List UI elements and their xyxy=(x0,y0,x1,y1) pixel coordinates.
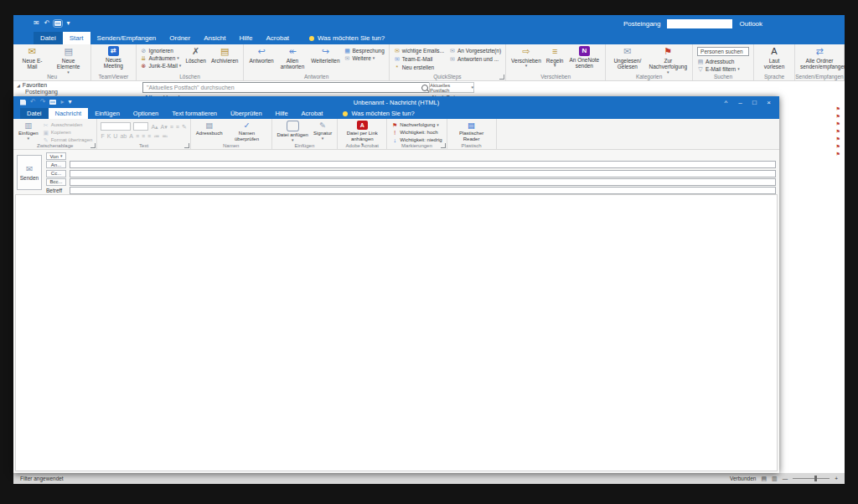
ignorieren-button[interactable]: ⊘Ignorieren xyxy=(141,47,182,54)
dialog-launcher-button[interactable] xyxy=(441,143,446,148)
ausschneiden-button[interactable]: ✂Ausschneiden xyxy=(43,121,93,128)
bcc-button[interactable]: Bcc... xyxy=(46,178,66,186)
qat-menu-icon[interactable]: ▾ xyxy=(66,20,70,27)
an-onenote-senden-button[interactable]: NAn OneNote senden xyxy=(566,46,602,69)
new-mail-icon[interactable]: ✉ xyxy=(34,20,39,27)
tab-einfügen[interactable]: Einfügen xyxy=(88,108,127,119)
font-family-box[interactable] xyxy=(101,122,131,131)
text-format-icon[interactable]: F xyxy=(101,133,104,139)
font-size-box[interactable] xyxy=(133,122,148,131)
redo-icon[interactable]: ↷ xyxy=(40,99,46,105)
einfügen-button[interactable]: ▥Einfügen▾ xyxy=(16,121,41,141)
löschen-button[interactable]: ✗Löschen xyxy=(183,46,209,64)
ungelesen-gelesen-button[interactable]: ✉Ungelesen/ Gelesen xyxy=(608,46,646,70)
tab-hilfe[interactable]: Hilfe xyxy=(232,32,259,44)
text-format-icon[interactable]: ≡ xyxy=(170,124,173,130)
namen-überprüfen-button[interactable]: ✓Namen überprüfen xyxy=(225,121,269,142)
tab-start[interactable]: Start xyxy=(63,32,90,44)
zoom-slider-handle[interactable] xyxy=(814,476,817,481)
search-scope-dropdown[interactable]: Aktuelles Postfach ▾ xyxy=(429,82,474,93)
normal-view-icon[interactable]: ▤ xyxy=(761,476,767,482)
besprechung-button[interactable]: ▦Besprechung xyxy=(344,47,385,54)
follow-up-flag-icon[interactable]: ⚑ xyxy=(836,129,840,134)
close-button[interactable]: × xyxy=(762,99,776,106)
follow-up-flag-icon[interactable]: ⚑ xyxy=(836,106,840,111)
cc-button[interactable]: Cc... xyxy=(46,170,66,177)
tab-acrobat[interactable]: Acrobat xyxy=(295,108,330,119)
format-übertragen-button[interactable]: ✎Format übertragen xyxy=(43,136,93,143)
nachverfolgung-button[interactable]: ⚑Nachverfolgung▾ xyxy=(391,121,442,128)
text-format-icon[interactable]: A▾ xyxy=(161,124,168,130)
tab-nachricht[interactable]: Nachricht xyxy=(49,108,89,119)
tab-ordner[interactable]: Ordner xyxy=(163,32,197,44)
tab-optionen[interactable]: Optionen xyxy=(127,108,165,119)
aufräumen-button[interactable]: ⇊Aufräumen▾ xyxy=(141,54,182,61)
zoom-in-button[interactable]: + xyxy=(835,476,838,481)
to-input[interactable] xyxy=(70,161,776,168)
to-button[interactable]: An... xyxy=(46,161,66,168)
text-format-icon[interactable]: ≡ xyxy=(136,133,139,139)
regeln-button[interactable]: ≡Regeln▾ xyxy=(544,46,566,68)
laut-vorlesen-button[interactable]: ALaut vorlesen xyxy=(757,46,792,70)
ribbon-display-options-button[interactable]: ^ xyxy=(719,99,733,106)
adressbuch-button[interactable]: ▤Adressbuch xyxy=(194,121,225,136)
send-button[interactable]: ✉Senden xyxy=(17,155,42,190)
adressbuch-button[interactable]: ▤Adressbuch xyxy=(697,58,749,64)
personen-suchen-box[interactable]: Personen suchen xyxy=(697,47,749,56)
tab-ansicht[interactable]: Ansicht xyxy=(197,32,232,44)
text-format-icon[interactable]: A xyxy=(129,133,133,139)
archivieren-button[interactable]: ▤Archivieren xyxy=(209,46,241,64)
dialog-launcher-button[interactable] xyxy=(499,75,504,80)
neues-meeting-button[interactable]: ⇄Neues Meeting xyxy=(94,46,132,69)
neue-e-mail-button[interactable]: ✉Neue E-Mail xyxy=(16,46,49,70)
datei-anfügen-button[interactable]: Datei anfügen▾ xyxy=(275,121,311,142)
text-format-icon[interactable]: ≡ xyxy=(176,124,179,130)
neue-elemente-button[interactable]: ▤Neue Elemente▾ xyxy=(49,46,88,75)
folder-item-posteingang[interactable]: Posteingang xyxy=(17,89,137,95)
zur-nachverfolgung-button[interactable]: ⚑Zur Nachverfolgung▾ xyxy=(647,46,690,75)
wichtige-emails-button[interactable]: ✉wichtige Emails... xyxy=(394,47,444,54)
verschieben-button[interactable]: ⇨Verschieben▾ xyxy=(509,46,544,68)
follow-up-flag-icon[interactable]: ⚑ xyxy=(836,136,840,141)
zoom-slider[interactable] xyxy=(793,478,830,479)
text-format-icon[interactable]: ≔ xyxy=(153,133,159,139)
qat-menu-icon[interactable]: ▾ xyxy=(68,99,71,105)
dialog-launcher-button[interactable] xyxy=(90,143,96,148)
tab-acrobat[interactable]: Acrobat xyxy=(259,32,296,44)
undo-icon[interactable]: ↶ xyxy=(44,20,50,27)
tab-datei[interactable]: Datei xyxy=(34,32,63,44)
zoom-out-button[interactable]: — xyxy=(783,476,788,481)
text-format-icon[interactable]: K xyxy=(107,133,111,139)
antworten-und-button[interactable]: ✉Antworten und ... xyxy=(449,55,501,62)
from-button[interactable]: Von▾ xyxy=(46,152,66,160)
maximize-button[interactable]: □ xyxy=(747,99,762,106)
subject-input[interactable] xyxy=(70,187,776,194)
text-format-icon[interactable]: U xyxy=(113,133,117,139)
kopieren-button[interactable]: ▣Kopieren xyxy=(43,129,93,136)
wichtigkeit-niedrig-button[interactable]: ↓Wichtigkeit: niedrig xyxy=(391,136,442,143)
plastischer-reader-button[interactable]: ▤Plastischer Reader xyxy=(450,121,494,142)
dialog-launcher-button[interactable] xyxy=(184,143,189,148)
follow-up-flag-icon[interactable]: ⚑ xyxy=(836,114,840,119)
text-format-icon[interactable]: ab xyxy=(120,133,127,139)
text-format-icon[interactable]: ≕ xyxy=(162,133,168,139)
an-vorgesetzte-n-button[interactable]: ✉An Vorgesetzte(n) xyxy=(449,47,501,54)
wichtigkeit-hoch-button[interactable]: !Wichtigkeit: hoch xyxy=(391,129,442,136)
print-icon[interactable] xyxy=(54,21,61,26)
favorites-header[interactable]: ◢ Favoriten xyxy=(17,82,137,88)
weitere-button[interactable]: ✉Weitere▾ xyxy=(344,54,385,61)
follow-up-flag-icon[interactable]: ⚑ xyxy=(836,121,840,126)
text-format-icon[interactable]: ≡ xyxy=(147,133,151,139)
reading-view-icon[interactable]: ▥ xyxy=(772,476,778,482)
allen-antworten-button[interactable]: ↞Allen antworten xyxy=(277,46,309,70)
minimize-button[interactable]: – xyxy=(733,99,747,106)
junk-e-mail-button[interactable]: ⊗Junk-E-Mail▾ xyxy=(141,62,182,69)
undo-icon[interactable]: ↶ xyxy=(30,99,36,105)
bcc-input[interactable] xyxy=(70,178,776,186)
e-mail-filtern-button[interactable]: ▽E-Mail filtern▾ xyxy=(697,65,749,72)
cc-input[interactable] xyxy=(70,170,776,177)
antworten-button[interactable]: ↩Antworten xyxy=(246,46,276,64)
text-format-icon[interactable]: ≡ xyxy=(142,133,145,139)
save-icon[interactable] xyxy=(20,100,26,105)
tab-senden-empfangen[interactable]: Senden/Empfangen xyxy=(90,32,163,44)
